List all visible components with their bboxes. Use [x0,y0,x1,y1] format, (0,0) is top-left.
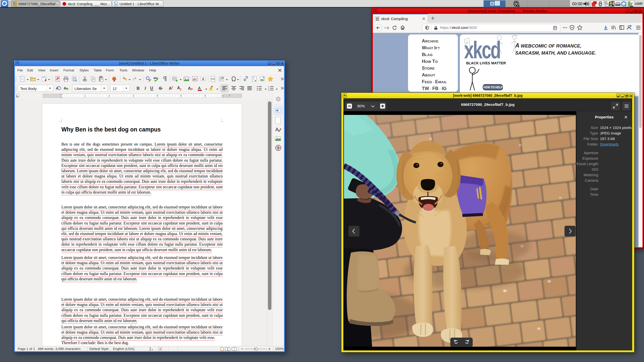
svg-text:A: A [64,86,66,90]
svg-text:A: A [198,86,201,90]
svg-text:2: 2 [172,86,173,89]
svg-text:U: U [150,86,153,90]
svg-text:1: 1 [253,77,255,80]
svg-text:A: A [202,77,204,81]
svg-text:xkcd: xkcd [464,36,500,62]
svg-text:2: 2 [180,88,181,91]
svg-text:B: B [137,86,140,91]
svg-text:3: 3 [268,89,269,91]
svg-text:A: A [275,127,279,132]
svg-text:I: I [145,86,146,91]
